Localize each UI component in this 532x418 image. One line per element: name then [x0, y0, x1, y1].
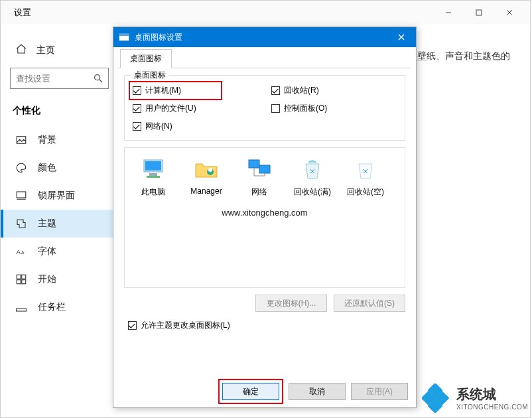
apply-button[interactable]: 应用(A)	[351, 383, 408, 400]
dialog-body: 桌面图标 桌面图标 计算机(M) 回收站(R) 用户的文件(U)	[113, 47, 416, 376]
settings-titlebar: 设置	[1, 1, 530, 25]
svg-rect-26	[249, 160, 259, 168]
theme-icon	[15, 218, 27, 230]
desktop-icons-group: 桌面图标 计算机(M) 回收站(R) 用户的文件(U)	[124, 75, 405, 141]
category-label: 个性化	[1, 104, 117, 126]
brand-name-zh: 系统城	[456, 385, 528, 403]
restore-defaults-button[interactable]: 还原默认值(S)	[334, 295, 405, 312]
brand-logo-icon	[422, 383, 451, 413]
settings-sidebar: 主页 个性化 背景 颜色 锁屏界面 主题	[1, 25, 117, 417]
svg-rect-11	[17, 275, 21, 279]
cancel-button[interactable]: 取消	[289, 383, 346, 400]
home-icon	[15, 43, 27, 57]
palette-icon	[15, 162, 27, 174]
svg-point-25	[208, 168, 212, 172]
button-label: 还原默认值(S)	[344, 298, 395, 309]
svg-rect-17	[119, 34, 129, 36]
start-icon	[15, 273, 27, 285]
checkbox-allow-themes[interactable]: 允许主题更改桌面图标(L)	[128, 320, 405, 331]
highlight-marker: 确定	[218, 379, 283, 404]
svg-rect-7	[17, 192, 26, 198]
search-icon	[93, 73, 103, 84]
sidebar-item-themes[interactable]: 主题	[1, 210, 117, 238]
svg-rect-22	[149, 173, 157, 176]
dialog-title: 桌面图标设置	[135, 32, 182, 43]
font-icon: AA	[15, 245, 27, 257]
close-button[interactable]	[494, 3, 525, 23]
checkbox-label: 计算机(M)	[145, 85, 181, 96]
tab-label: 桌面图标	[130, 54, 162, 63]
checkbox-network[interactable]: 网络(N)	[133, 121, 258, 132]
icon-label: 网络	[236, 186, 283, 198]
sidebar-item-fonts[interactable]: AA 字体	[1, 238, 117, 265]
icon-label: 回收站(空)	[342, 186, 389, 198]
sidebar-home[interactable]: 主页	[1, 38, 117, 68]
checkbox-computer[interactable]: 计算机(M)	[133, 85, 258, 96]
sidebar-item-label: 任务栏	[38, 301, 66, 313]
checkbox-box-icon	[133, 122, 141, 131]
user-folder-icon	[193, 156, 220, 182]
checkbox-label: 控制面板(O)	[284, 103, 327, 114]
svg-rect-27	[259, 165, 270, 173]
sidebar-item-lockscreen[interactable]: 锁屏界面	[1, 182, 117, 210]
checkbox-box-icon	[271, 104, 280, 113]
desktop-icon-settings-dialog: 桌面图标设置 桌面图标 桌面图标 计算机(M) 回收站(R)	[113, 27, 417, 408]
checkbox-label: 网络(N)	[145, 121, 172, 132]
button-label: 更改图标(H)...	[267, 298, 316, 309]
network-icon	[246, 156, 273, 182]
svg-rect-23	[147, 176, 160, 178]
settings-title: 设置	[14, 7, 31, 19]
icon-label: 回收站(满)	[289, 186, 336, 198]
sidebar-home-label: 主页	[36, 44, 55, 56]
button-label: 取消	[309, 386, 325, 397]
dialog-titlebar[interactable]: 桌面图标设置	[113, 27, 416, 47]
icon-item-this-pc[interactable]: 此电脑	[130, 156, 176, 198]
icons-preview-panel: 此电脑 Manager 网络	[124, 147, 405, 288]
checkbox-label: 用户的文件(U)	[145, 103, 196, 114]
dialog-close-button[interactable]	[387, 27, 416, 47]
checkbox-box-icon	[133, 104, 141, 113]
recycle-full-icon	[299, 156, 326, 182]
lock-icon	[15, 190, 27, 202]
icon-item-recycle-full[interactable]: 回收站(满)	[289, 156, 336, 198]
sidebar-item-start[interactable]: 开始	[1, 265, 117, 293]
checkbox-recycle-bin[interactable]: 回收站(R)	[271, 85, 397, 96]
checkbox-label: 允许主题更改桌面图标(L)	[141, 320, 230, 331]
checkbox-box-icon	[271, 86, 280, 95]
sidebar-item-label: 颜色	[38, 162, 56, 174]
svg-text:A: A	[17, 248, 21, 255]
taskbar-icon	[15, 301, 27, 313]
this-pc-icon	[140, 156, 166, 182]
ok-button[interactable]: 确定	[222, 383, 279, 400]
checkbox-label: 回收站(R)	[284, 85, 319, 96]
watermark-text: www.xitongcheng.com	[125, 208, 405, 218]
sidebar-item-color[interactable]: 颜色	[1, 154, 117, 182]
dialog-footer: 确定 取消 应用(A)	[113, 376, 416, 407]
tab-desktop-icons[interactable]: 桌面图标	[120, 49, 172, 68]
checkbox-control-panel[interactable]: 控制面板(O)	[271, 103, 397, 114]
minimize-button[interactable]	[433, 3, 464, 23]
icon-label: Manager	[183, 186, 230, 196]
svg-rect-21	[145, 161, 161, 171]
settings-search[interactable]	[10, 68, 109, 89]
icon-item-recycle-empty[interactable]: 回收站(空)	[342, 156, 389, 198]
sidebar-item-background[interactable]: 背景	[1, 126, 117, 154]
checkbox-box-icon	[133, 86, 141, 95]
svg-rect-13	[17, 280, 21, 284]
icon-item-network[interactable]: 网络	[236, 156, 283, 198]
change-icon-button[interactable]: 更改图标(H)...	[255, 295, 327, 312]
svg-rect-14	[22, 280, 26, 284]
checkbox-user-files[interactable]: 用户的文件(U)	[133, 103, 258, 114]
icon-item-user-folder[interactable]: Manager	[183, 156, 230, 198]
maximize-button[interactable]	[464, 3, 494, 23]
main-fragment-text: 壁纸、声音和主题色的	[417, 47, 530, 65]
svg-text:A: A	[21, 250, 25, 255]
svg-rect-1	[476, 10, 482, 15]
sidebar-item-taskbar[interactable]: 任务栏	[1, 293, 117, 321]
group-label: 桌面图标	[131, 70, 168, 81]
image-icon	[15, 134, 27, 146]
highlight-marker: 计算机(M)	[129, 81, 222, 100]
recycle-empty-icon	[352, 156, 379, 182]
brand-watermark: 系统城 XITONGCHENG.COM	[422, 383, 528, 413]
sidebar-item-label: 锁屏界面	[38, 190, 75, 202]
